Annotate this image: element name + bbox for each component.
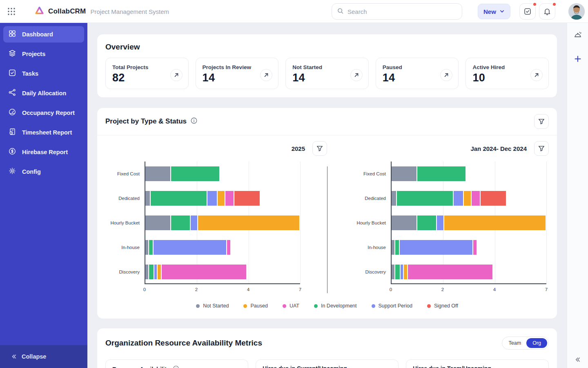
bar-row-in-house: [145, 235, 300, 260]
plot-area: [145, 162, 300, 284]
stat-label: Active Hired: [472, 64, 542, 70]
x-axis-tick: 0: [390, 287, 392, 292]
tasks-notification-button[interactable]: [519, 3, 536, 20]
legend-item-not-started[interactable]: Not Started: [196, 303, 229, 309]
sidebar-item-config[interactable]: Config: [3, 164, 84, 180]
doc-clock-icon: [8, 128, 16, 137]
app-logo-icon: [34, 6, 45, 18]
sidebar-item-tasks[interactable]: Tasks: [3, 65, 84, 82]
sidebar-item-daily-allocation[interactable]: Daily Allocation: [3, 85, 84, 101]
bar-segment-not-started: [145, 240, 148, 255]
legend-item-signed-off[interactable]: Signed Off: [427, 303, 458, 309]
bar-segment-not-started: [145, 191, 150, 206]
bar-row-hourly-bucket: [392, 211, 546, 235]
project-type-status-card: Project by Type & Status 2025: [97, 108, 557, 319]
right-chart-period: Jan 2024- Dec 2024: [327, 141, 549, 156]
legend-dot: [427, 304, 431, 308]
rail-collapse-button[interactable]: [567, 356, 588, 363]
toggle-org[interactable]: Org: [526, 338, 547, 348]
bar-segment-paused: [198, 215, 299, 230]
sidebar-collapse-button[interactable]: Collapse: [0, 345, 87, 368]
category-label: Dedicated: [105, 186, 145, 211]
app-launcher-icon[interactable]: [7, 7, 16, 16]
top-bar: CollabCRM Project Management System New: [0, 0, 588, 23]
legend-label: Signed Off: [434, 303, 458, 309]
stat-open-button[interactable]: [350, 69, 363, 81]
category-label: In-house: [105, 235, 145, 260]
bar-segment-in-development: [149, 240, 152, 255]
info-icon[interactable]: [190, 117, 198, 126]
legend-item-paused[interactable]: Paused: [243, 303, 267, 309]
stat-open-button[interactable]: [260, 69, 272, 81]
arrow-up-right-icon: [444, 72, 449, 77]
bar-segment-paused: [464, 191, 471, 206]
arrow-up-right-icon: [264, 72, 269, 77]
sidebar-item-label: Daily Allocation: [22, 90, 66, 96]
new-button[interactable]: New: [478, 4, 510, 19]
period-label: Jan 2024- Dec 2024: [470, 145, 527, 152]
bar-segment-support-period: [207, 191, 217, 206]
notification-dot: [552, 2, 557, 7]
bar-segment-in-development: [395, 265, 400, 279]
chart-filter-button[interactable]: [534, 114, 549, 129]
add-widget-button[interactable]: [571, 52, 584, 65]
collapse-label: Collapse: [22, 353, 46, 360]
bar-row-fixed-cost: [392, 162, 546, 186]
gauge-icon: [8, 108, 16, 118]
announcements-button[interactable]: [571, 29, 584, 42]
legend-item-uat[interactable]: UAT: [283, 303, 299, 309]
bar-segment-in-development: [397, 191, 453, 206]
left-period-filter-button[interactable]: [312, 141, 327, 156]
user-avatar[interactable]: [568, 3, 585, 20]
stat-label: Not Started: [292, 64, 362, 70]
bar-row-dedicated: [145, 186, 300, 211]
right-period-filter-button[interactable]: [534, 141, 549, 156]
plus-icon: [574, 55, 581, 63]
x-axis-tick: 7: [545, 287, 548, 292]
sidebar-item-projects[interactable]: Projects: [3, 46, 84, 62]
x-axis-tick: 0: [143, 287, 146, 292]
bar-segment-support-period: [191, 215, 198, 230]
check-square-icon: [523, 7, 532, 16]
stat-open-button[interactable]: [170, 69, 183, 81]
stat-label: Paused: [383, 64, 452, 70]
stat-open-button[interactable]: [440, 69, 452, 81]
brand-name: CollabCRM: [48, 7, 86, 16]
x-axis-tick: 2: [195, 287, 198, 292]
sidebar-item-occupancy-report[interactable]: Occupancy Report: [3, 105, 84, 121]
share-icon: [8, 88, 16, 98]
sidebar-item-dashboard[interactable]: Dashboard: [3, 26, 84, 43]
search-input[interactable]: [347, 8, 457, 15]
category-label: Hourly Bucket: [105, 211, 145, 235]
legend-label: Not Started: [203, 303, 229, 309]
toggle-team[interactable]: Team: [503, 338, 527, 348]
chevron-down-icon: [499, 8, 505, 15]
bar-segment-not-started: [392, 215, 416, 230]
bar-segment-not-started: [145, 265, 148, 279]
metric-card-hires-due-in-team-upcoming: Hires due in Team/Upcoming: [406, 359, 549, 368]
bar-segment-signed-off: [481, 191, 506, 206]
category-label: Hourly Bucket: [352, 211, 391, 235]
bar-segment-uat: [225, 191, 234, 206]
bar-segment-uat: [227, 240, 230, 255]
alerts-button[interactable]: [539, 3, 555, 20]
sidebar-item-timesheet-report[interactable]: Timesheet Report: [3, 124, 84, 141]
category-label: In-house: [352, 235, 391, 260]
resource-metrics-title: Organization Resource Availability Metri…: [105, 339, 262, 348]
legend-item-support-period[interactable]: Support Period: [372, 303, 412, 309]
bar-chart-jan-dec-2024: Fixed CostDedicatedHourly BucketIn-house…: [327, 162, 549, 295]
filter-icon: [538, 118, 545, 125]
notification-dot: [532, 2, 537, 7]
legend-dot: [372, 304, 375, 308]
info-icon[interactable]: [173, 365, 179, 368]
bar-row-in-house: [392, 235, 546, 260]
legend-item-in-development[interactable]: In Development: [314, 303, 357, 309]
plot-area: [391, 162, 546, 284]
bar-segment-uat: [162, 265, 246, 279]
overview-card: Overview Total Projects82Projects In Rev…: [97, 34, 557, 97]
stat-open-button[interactable]: [530, 69, 543, 81]
legend-label: Support Period: [379, 303, 412, 309]
category-label: Dedicated: [352, 186, 391, 211]
metric-card-title: Resource Availability: [112, 365, 241, 368]
sidebar-item-hirebase-report[interactable]: Hirebase Report: [3, 144, 84, 160]
